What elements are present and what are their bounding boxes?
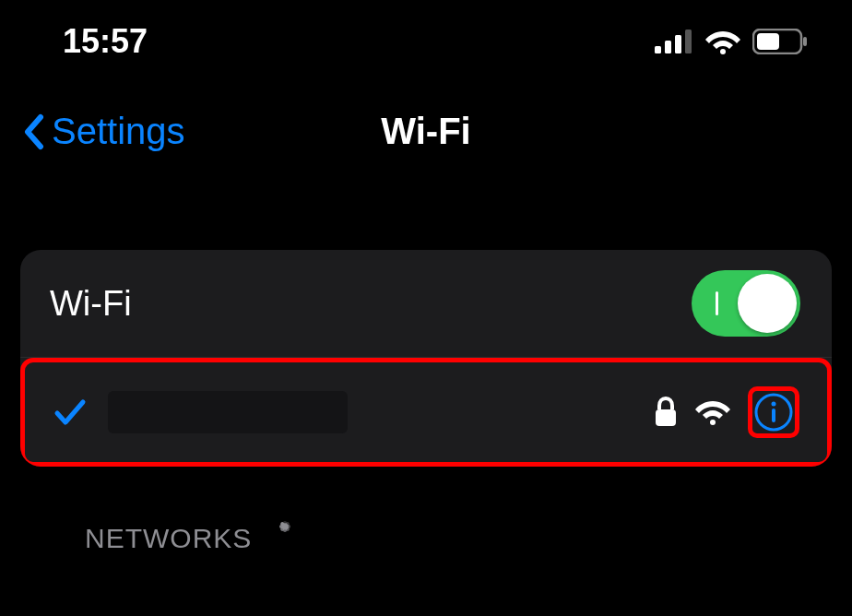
- status-icons: [655, 29, 808, 54]
- svg-rect-7: [803, 37, 807, 46]
- wifi-toggle[interactable]: [692, 270, 800, 337]
- svg-rect-2: [675, 35, 681, 53]
- status-bar: 15:57: [0, 0, 852, 70]
- chevron-left-icon: [20, 113, 48, 150]
- loading-spinner-icon: [268, 522, 302, 555]
- svg-point-9: [710, 420, 716, 425]
- page-title: Wi-Fi: [381, 111, 470, 152]
- svg-rect-6: [757, 33, 779, 50]
- wifi-toggle-label: Wi-Fi: [50, 284, 132, 324]
- svg-point-11: [772, 402, 776, 407]
- wifi-signal-icon: [694, 398, 731, 426]
- connected-network-row[interactable]: [27, 364, 825, 460]
- network-name-redacted: [108, 391, 348, 433]
- networks-label: NETWORKS: [85, 523, 252, 554]
- checkmark-icon: [53, 395, 88, 430]
- content: Wi-Fi: [0, 180, 852, 555]
- wifi-card: Wi-Fi: [20, 250, 832, 467]
- wifi-toggle-row: Wi-Fi: [20, 250, 832, 358]
- svg-rect-1: [665, 41, 671, 53]
- back-label: Settings: [52, 111, 185, 152]
- highlight-row: [20, 358, 832, 467]
- svg-rect-12: [772, 409, 775, 422]
- svg-rect-3: [685, 30, 692, 53]
- highlight-info-icon: [748, 386, 799, 438]
- status-time: 15:57: [63, 22, 148, 61]
- back-button[interactable]: Settings: [20, 111, 185, 152]
- svg-rect-8: [656, 409, 676, 426]
- battery-icon: [752, 29, 808, 54]
- cellular-icon: [655, 30, 693, 53]
- lock-icon: [654, 397, 678, 428]
- toggle-on-indicator: [716, 291, 718, 315]
- toggle-knob: [738, 274, 797, 333]
- nav-header: Settings Wi-Fi: [0, 70, 852, 180]
- svg-point-4: [720, 49, 726, 54]
- networks-section-header: NETWORKS: [20, 467, 832, 555]
- svg-rect-0: [655, 46, 661, 53]
- wifi-icon: [704, 29, 741, 54]
- network-status-icons: [654, 386, 799, 438]
- info-icon[interactable]: [754, 393, 793, 432]
